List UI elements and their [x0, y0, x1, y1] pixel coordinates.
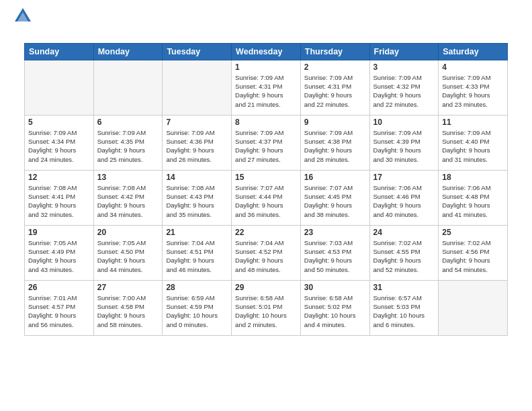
weekday-saturday: Saturday: [439, 43, 508, 60]
day-number: 24: [373, 228, 435, 237]
day-number: 25: [442, 228, 504, 237]
day-number: 6: [97, 118, 159, 127]
day-info: Sunrise: 7:05 AM Sunset: 4:49 PM Dayligh…: [28, 238, 90, 274]
day-cell: 29Sunrise: 6:58 AM Sunset: 5:01 PM Dayli…: [232, 280, 301, 335]
day-info: Sunrise: 6:58 AM Sunset: 5:02 PM Dayligh…: [304, 293, 366, 329]
day-cell: 2Sunrise: 7:09 AM Sunset: 4:31 PM Daylig…: [300, 60, 369, 115]
day-info: Sunrise: 7:09 AM Sunset: 4:38 PM Dayligh…: [304, 128, 366, 164]
weekday-wednesday: Wednesday: [232, 43, 301, 60]
day-number: 28: [166, 283, 228, 292]
day-info: Sunrise: 6:57 AM Sunset: 5:03 PM Dayligh…: [373, 293, 435, 329]
day-info: Sunrise: 7:09 AM Sunset: 4:31 PM Dayligh…: [235, 73, 297, 109]
day-number: 7: [166, 118, 228, 127]
day-cell: 1Sunrise: 7:09 AM Sunset: 4:31 PM Daylig…: [232, 60, 301, 115]
weekday-friday: Friday: [369, 43, 439, 60]
day-number: 17: [373, 173, 435, 182]
day-info: Sunrise: 7:09 AM Sunset: 4:37 PM Dayligh…: [235, 128, 297, 164]
day-info: Sunrise: 7:04 AM Sunset: 4:52 PM Dayligh…: [235, 238, 297, 274]
day-info: Sunrise: 7:01 AM Sunset: 4:57 PM Dayligh…: [28, 293, 90, 329]
day-cell: 4Sunrise: 7:09 AM Sunset: 4:33 PM Daylig…: [439, 60, 508, 115]
day-number: 12: [28, 173, 90, 182]
day-cell: [163, 60, 232, 115]
header: [0, 0, 532, 43]
day-cell: 13Sunrise: 7:08 AM Sunset: 4:42 PM Dayli…: [93, 170, 163, 225]
day-info: Sunrise: 7:09 AM Sunset: 4:34 PM Dayligh…: [28, 128, 90, 164]
day-number: 14: [166, 173, 228, 182]
day-cell: 19Sunrise: 7:05 AM Sunset: 4:49 PM Dayli…: [25, 225, 94, 280]
week-row-5: 26Sunrise: 7:01 AM Sunset: 4:57 PM Dayli…: [25, 280, 508, 335]
day-cell: 9Sunrise: 7:09 AM Sunset: 4:38 PM Daylig…: [300, 115, 369, 170]
day-cell: 30Sunrise: 6:58 AM Sunset: 5:02 PM Dayli…: [300, 280, 369, 335]
day-number: 16: [304, 173, 366, 182]
day-cell: 17Sunrise: 7:06 AM Sunset: 4:46 PM Dayli…: [369, 170, 439, 225]
day-info: Sunrise: 6:58 AM Sunset: 5:01 PM Dayligh…: [235, 293, 297, 329]
day-number: 3: [373, 62, 435, 72]
day-info: Sunrise: 7:00 AM Sunset: 4:58 PM Dayligh…: [97, 293, 159, 329]
day-info: Sunrise: 7:09 AM Sunset: 4:36 PM Dayligh…: [166, 128, 228, 164]
day-cell: 14Sunrise: 7:08 AM Sunset: 4:43 PM Dayli…: [163, 170, 232, 225]
day-cell: 22Sunrise: 7:04 AM Sunset: 4:52 PM Dayli…: [232, 225, 301, 280]
day-info: Sunrise: 7:06 AM Sunset: 4:48 PM Dayligh…: [442, 183, 504, 219]
weekday-header-row: SundayMondayTuesdayWednesdayThursdayFrid…: [25, 43, 508, 60]
day-cell: [439, 280, 508, 335]
weekday-tuesday: Tuesday: [163, 43, 232, 60]
day-cell: 21Sunrise: 7:04 AM Sunset: 4:51 PM Dayli…: [163, 225, 232, 280]
day-cell: 25Sunrise: 7:02 AM Sunset: 4:56 PM Dayli…: [439, 225, 508, 280]
day-number: 15: [235, 173, 297, 182]
day-info: Sunrise: 7:09 AM Sunset: 4:31 PM Dayligh…: [304, 73, 366, 109]
day-info: Sunrise: 7:07 AM Sunset: 4:45 PM Dayligh…: [304, 183, 366, 219]
week-row-3: 12Sunrise: 7:08 AM Sunset: 4:41 PM Dayli…: [25, 170, 508, 225]
day-info: Sunrise: 7:02 AM Sunset: 4:55 PM Dayligh…: [373, 238, 435, 274]
day-cell: 16Sunrise: 7:07 AM Sunset: 4:45 PM Dayli…: [300, 170, 369, 225]
day-cell: 3Sunrise: 7:09 AM Sunset: 4:32 PM Daylig…: [369, 60, 439, 115]
weekday-monday: Monday: [93, 43, 163, 60]
calendar-table: SundayMondayTuesdayWednesdayThursdayFrid…: [24, 43, 508, 336]
day-number: 29: [235, 283, 297, 292]
week-row-2: 5Sunrise: 7:09 AM Sunset: 4:34 PM Daylig…: [25, 115, 508, 170]
day-number: 18: [442, 173, 504, 182]
day-cell: 28Sunrise: 6:59 AM Sunset: 4:59 PM Dayli…: [163, 280, 232, 335]
logo-icon: [13, 7, 32, 26]
weekday-sunday: Sunday: [25, 43, 94, 60]
logo-text: [12, 7, 32, 39]
day-number: 21: [166, 228, 228, 237]
day-cell: 5Sunrise: 7:09 AM Sunset: 4:34 PM Daylig…: [25, 115, 94, 170]
day-number: 2: [304, 62, 366, 72]
day-number: 1: [235, 62, 297, 72]
day-cell: 26Sunrise: 7:01 AM Sunset: 4:57 PM Dayli…: [25, 280, 94, 335]
day-number: 20: [97, 228, 159, 237]
day-cell: 27Sunrise: 7:00 AM Sunset: 4:58 PM Dayli…: [93, 280, 163, 335]
day-number: 5: [28, 118, 90, 127]
day-info: Sunrise: 6:59 AM Sunset: 4:59 PM Dayligh…: [166, 293, 228, 329]
day-info: Sunrise: 7:08 AM Sunset: 4:42 PM Dayligh…: [97, 183, 159, 219]
day-number: 9: [304, 118, 366, 127]
day-cell: 11Sunrise: 7:09 AM Sunset: 4:40 PM Dayli…: [439, 115, 508, 170]
day-info: Sunrise: 7:08 AM Sunset: 4:43 PM Dayligh…: [166, 183, 228, 219]
week-row-4: 19Sunrise: 7:05 AM Sunset: 4:49 PM Dayli…: [25, 225, 508, 280]
day-cell: [93, 60, 163, 115]
day-number: 27: [97, 283, 159, 292]
day-cell: 18Sunrise: 7:06 AM Sunset: 4:48 PM Dayli…: [439, 170, 508, 225]
calendar-wrapper: SundayMondayTuesdayWednesdayThursdayFrid…: [0, 43, 532, 336]
day-cell: 8Sunrise: 7:09 AM Sunset: 4:37 PM Daylig…: [232, 115, 301, 170]
day-number: 13: [97, 173, 159, 182]
day-info: Sunrise: 7:09 AM Sunset: 4:40 PM Dayligh…: [442, 128, 504, 164]
weekday-thursday: Thursday: [300, 43, 369, 60]
page: SundayMondayTuesdayWednesdayThursdayFrid…: [0, 0, 532, 411]
logo: [12, 7, 32, 39]
day-cell: [25, 60, 94, 115]
day-info: Sunrise: 7:09 AM Sunset: 4:32 PM Dayligh…: [373, 73, 435, 109]
day-number: 19: [28, 228, 90, 237]
day-info: Sunrise: 7:04 AM Sunset: 4:51 PM Dayligh…: [166, 238, 228, 274]
day-cell: 15Sunrise: 7:07 AM Sunset: 4:44 PM Dayli…: [232, 170, 301, 225]
day-cell: 23Sunrise: 7:03 AM Sunset: 4:53 PM Dayli…: [300, 225, 369, 280]
day-number: 4: [442, 62, 504, 72]
day-cell: 31Sunrise: 6:57 AM Sunset: 5:03 PM Dayli…: [369, 280, 439, 335]
day-number: 8: [235, 118, 297, 127]
day-number: 22: [235, 228, 297, 237]
day-number: 30: [304, 283, 366, 292]
day-cell: 24Sunrise: 7:02 AM Sunset: 4:55 PM Dayli…: [369, 225, 439, 280]
day-number: 10: [373, 118, 435, 127]
day-info: Sunrise: 7:08 AM Sunset: 4:41 PM Dayligh…: [28, 183, 90, 219]
day-info: Sunrise: 7:09 AM Sunset: 4:39 PM Dayligh…: [373, 128, 435, 164]
